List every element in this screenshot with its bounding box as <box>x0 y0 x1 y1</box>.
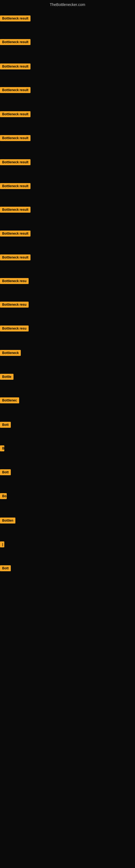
bottleneck-badge-18[interactable]: Bott <box>0 422 11 428</box>
bottleneck-badge-1[interactable]: Bottleneck result <box>0 16 31 22</box>
bottleneck-row-7[interactable]: Bottleneck result <box>0 159 31 166</box>
bottleneck-row-16[interactable]: Bottle <box>0 374 13 381</box>
bottleneck-row-20[interactable]: Bott <box>0 469 11 476</box>
bottleneck-row-9[interactable]: Bottleneck result <box>0 207 31 214</box>
bottleneck-row-21[interactable]: Bo <box>0 493 7 500</box>
bottleneck-badge-6[interactable]: Bottleneck result <box>0 135 31 141</box>
bottleneck-badge-22[interactable]: Bottlen <box>0 518 15 524</box>
bottleneck-row-24[interactable]: Bott <box>0 565 11 572</box>
bottleneck-row-19[interactable]: B <box>0 445 4 453</box>
bottleneck-badge-2[interactable]: Bottleneck result <box>0 39 31 45</box>
bottleneck-badge-21[interactable]: Bo <box>0 493 7 499</box>
bottleneck-row-5[interactable]: Bottleneck result <box>0 111 31 118</box>
bottleneck-row-3[interactable]: Bottleneck result <box>0 63 31 70</box>
bottleneck-badge-11[interactable]: Bottleneck result <box>0 254 31 260</box>
bottleneck-badge-16[interactable]: Bottle <box>0 374 13 380</box>
bottleneck-badge-13[interactable]: Bottleneck resu <box>0 302 29 308</box>
bottleneck-row-6[interactable]: Bottleneck result <box>0 135 31 142</box>
bottleneck-badge-9[interactable]: Bottleneck result <box>0 207 31 213</box>
bottleneck-row-1[interactable]: Bottleneck result <box>0 16 31 23</box>
site-title-container: TheBottlenecker.com <box>0 0 135 9</box>
bottleneck-row-17[interactable]: Bottlenec <box>0 397 19 404</box>
bottleneck-badge-7[interactable]: Bottleneck result <box>0 159 31 165</box>
bottleneck-row-23[interactable]: | <box>0 541 4 549</box>
bottleneck-badge-5[interactable]: Bottleneck result <box>0 111 31 117</box>
bottleneck-badge-8[interactable]: Bottleneck result <box>0 183 31 189</box>
bottleneck-row-22[interactable]: Bottlen <box>0 518 15 525</box>
bottleneck-badge-15[interactable]: Bottleneck <box>0 350 21 356</box>
bottleneck-badge-24[interactable]: Bott <box>0 565 11 571</box>
bottleneck-row-2[interactable]: Bottleneck result <box>0 39 31 46</box>
bottleneck-row-15[interactable]: Bottleneck <box>0 350 21 357</box>
bottleneck-row-13[interactable]: Bottleneck resu <box>0 302 29 309</box>
bottleneck-row-18[interactable]: Bott <box>0 422 11 429</box>
bottleneck-badge-12[interactable]: Bottleneck resu <box>0 278 29 284</box>
bottleneck-badge-4[interactable]: Bottleneck result <box>0 87 31 93</box>
bottleneck-badge-10[interactable]: Bottleneck result <box>0 230 31 237</box>
bottleneck-row-4[interactable]: Bottleneck result <box>0 87 31 94</box>
bottleneck-row-12[interactable]: Bottleneck resu <box>0 278 29 285</box>
site-title: TheBottlenecker.com <box>50 0 85 9</box>
bottleneck-badge-17[interactable]: Bottlenec <box>0 397 19 403</box>
bottleneck-row-8[interactable]: Bottleneck result <box>0 183 31 190</box>
bottleneck-badge-19[interactable]: B <box>0 445 4 452</box>
bottleneck-row-10[interactable]: Bottleneck result <box>0 230 31 238</box>
bottleneck-row-11[interactable]: Bottleneck result <box>0 254 31 261</box>
bottleneck-badge-3[interactable]: Bottleneck result <box>0 63 31 69</box>
bottleneck-badge-23[interactable]: | <box>0 541 4 547</box>
bottleneck-badge-20[interactable]: Bott <box>0 469 11 475</box>
bottleneck-badge-14[interactable]: Bottleneck resu <box>0 326 29 332</box>
bottleneck-row-14[interactable]: Bottleneck resu <box>0 326 29 333</box>
